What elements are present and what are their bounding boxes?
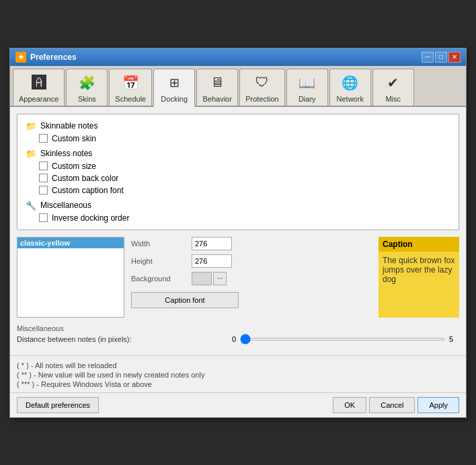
- tab-bar: 🅰 Appearance 🧩 Skins 📅 Schedule ⊞ Dockin…: [10, 66, 466, 107]
- default-preferences-button[interactable]: Default preferences: [17, 397, 99, 413]
- minimize-button[interactable]: ─: [422, 52, 434, 63]
- skinless-notes-row: 📁 Skinless notes: [26, 147, 450, 160]
- close-button[interactable]: ✕: [448, 52, 461, 63]
- preferences-window: ★ Preferences ─ □ ✕ 🅰 Appearance 🧩 Skins…: [9, 48, 467, 418]
- custom-caption-font-checkbox[interactable]: [39, 186, 48, 194]
- tab-protection-label: Protection: [245, 95, 279, 103]
- main-content: 📁 Skinnable notes Custom skin 📁 Skinless…: [10, 107, 466, 355]
- misc-section-title: Miscellaneous: [17, 324, 459, 332]
- skinnable-folder-icon: 📁: [26, 121, 36, 131]
- note-preview-area: classic-yellow: [17, 237, 124, 318]
- docking-icon: ⊞: [163, 72, 185, 94]
- wrench-icon: 🔧: [26, 201, 36, 211]
- schedule-icon: 📅: [120, 72, 141, 94]
- settings-panel: Width Height Background ··· Caption font: [124, 237, 372, 318]
- preview-note-caption: Caption: [379, 237, 459, 252]
- background-row: Background ···: [131, 272, 365, 285]
- slider-max-label: 5: [449, 335, 459, 343]
- protection-icon: 🛡: [251, 72, 273, 94]
- tab-diary[interactable]: 📖 Diary: [286, 69, 328, 106]
- skinnable-notes-row: 📁 Skinnable notes: [26, 120, 450, 133]
- background-color-swatch[interactable]: [192, 272, 212, 285]
- distance-label: Distance between notes (in pixels):: [17, 335, 222, 343]
- tab-appearance[interactable]: 🅰 Appearance: [13, 69, 65, 106]
- preview-note: Caption The quick brown fox jumps over t…: [379, 237, 459, 318]
- custom-back-color-label: Custom back color: [52, 174, 118, 183]
- lower-section: classic-yellow Width Height Background: [17, 237, 459, 318]
- skinless-folder-icon: 📁: [26, 149, 36, 159]
- tab-diary-label: Diary: [299, 95, 316, 103]
- width-input[interactable]: [192, 237, 232, 250]
- misc-distance-section: Miscellaneous Distance between notes (in…: [17, 324, 459, 343]
- misc-group-header: Miscellaneous: [40, 201, 91, 210]
- app-icon: ★: [15, 52, 26, 63]
- tab-appearance-label: Appearance: [19, 95, 58, 103]
- inverse-docking-row: Inverse docking order: [26, 212, 450, 224]
- caption-font-button[interactable]: Caption font: [131, 292, 239, 308]
- custom-caption-font-label: Custom caption font: [52, 186, 124, 195]
- custom-skin-label: Custom skin: [52, 134, 96, 143]
- apply-button[interactable]: Apply: [418, 397, 459, 413]
- note-preview-caption: classic-yellow: [17, 238, 124, 248]
- custom-size-label: Custom size: [52, 162, 96, 171]
- tab-docking-label: Docking: [161, 95, 188, 103]
- background-dots-button[interactable]: ···: [213, 272, 227, 285]
- custom-skin-row: Custom skin: [26, 133, 450, 145]
- note-preview-body: [17, 248, 124, 316]
- tab-docking[interactable]: ⊞ Docking: [153, 69, 195, 107]
- height-input[interactable]: [192, 254, 232, 268]
- distance-slider-row: Distance between notes (in pixels): 0 5: [17, 335, 459, 343]
- skinless-notes-header: Skinless notes: [40, 149, 92, 158]
- custom-back-color-checkbox[interactable]: [39, 174, 48, 182]
- behavior-icon: 🖥: [206, 72, 228, 94]
- background-label: Background: [131, 275, 192, 283]
- tab-schedule[interactable]: 📅 Schedule: [109, 69, 152, 106]
- custom-caption-font-row: Custom caption font: [26, 184, 450, 196]
- tab-misc-label: Misc: [385, 95, 401, 103]
- window-title: Preferences: [30, 52, 77, 62]
- maximize-button[interactable]: □: [435, 52, 447, 63]
- footer-note-2: ( ** ) - New value will be used in newly…: [17, 371, 459, 379]
- inverse-docking-label: Inverse docking order: [52, 213, 129, 223]
- network-icon: 🌐: [340, 72, 361, 94]
- footer-notes: ( * ) - All notes will be reloaded ( ** …: [10, 355, 466, 392]
- bottom-bar: Default preferences OK Cancel Apply: [10, 392, 466, 417]
- appearance-icon: 🅰: [28, 72, 50, 94]
- custom-size-checkbox[interactable]: [39, 162, 48, 170]
- tab-misc[interactable]: ✔ Misc: [372, 69, 414, 106]
- inverse-docking-checkbox[interactable]: [39, 213, 48, 222]
- background-color-row: ···: [192, 272, 227, 285]
- tab-behavior-label: Behavior: [202, 95, 231, 103]
- title-buttons: ─ □ ✕: [422, 52, 461, 63]
- width-row: Width: [131, 237, 365, 250]
- width-label: Width: [131, 240, 192, 248]
- preview-note-body: The quick brown fox jumps over the lazy …: [379, 252, 459, 288]
- skinnable-notes-header: Skinnable notes: [40, 121, 97, 131]
- height-row: Height: [131, 254, 365, 268]
- tab-network[interactable]: 🌐 Network: [329, 69, 371, 106]
- skins-icon: 🧩: [76, 72, 97, 94]
- tab-behavior[interactable]: 🖥 Behavior: [196, 69, 238, 106]
- custom-skin-checkbox[interactable]: [39, 134, 48, 143]
- tab-protection[interactable]: 🛡 Protection: [239, 69, 285, 106]
- title-bar: ★ Preferences ─ □ ✕: [10, 48, 466, 66]
- tab-skins-label: Skins: [78, 95, 96, 103]
- ok-button[interactable]: OK: [333, 397, 366, 413]
- tab-schedule-label: Schedule: [115, 95, 146, 103]
- custom-size-row: Custom size: [26, 160, 450, 172]
- misc-icon: ✔: [383, 72, 404, 94]
- tab-skins[interactable]: 🧩 Skins: [66, 69, 108, 106]
- misc-group-row: 🔧 Miscellaneous: [26, 199, 450, 212]
- docking-options-group: 📁 Skinnable notes Custom skin 📁 Skinless…: [17, 114, 459, 230]
- diary-icon: 📖: [296, 72, 318, 94]
- cancel-button[interactable]: Cancel: [369, 397, 415, 413]
- footer-note-3: ( *** ) - Requires Windows Vista or abov…: [17, 380, 459, 388]
- height-label: Height: [131, 257, 192, 265]
- custom-back-color-row: Custom back color: [26, 172, 450, 184]
- dialog-buttons: OK Cancel Apply: [333, 397, 459, 413]
- slider-min-label: 0: [226, 335, 236, 343]
- tab-network-label: Network: [337, 95, 364, 103]
- footer-note-1: ( * ) - All notes will be reloaded: [17, 361, 459, 369]
- distance-slider[interactable]: [240, 338, 445, 341]
- title-bar-left: ★ Preferences: [15, 52, 77, 63]
